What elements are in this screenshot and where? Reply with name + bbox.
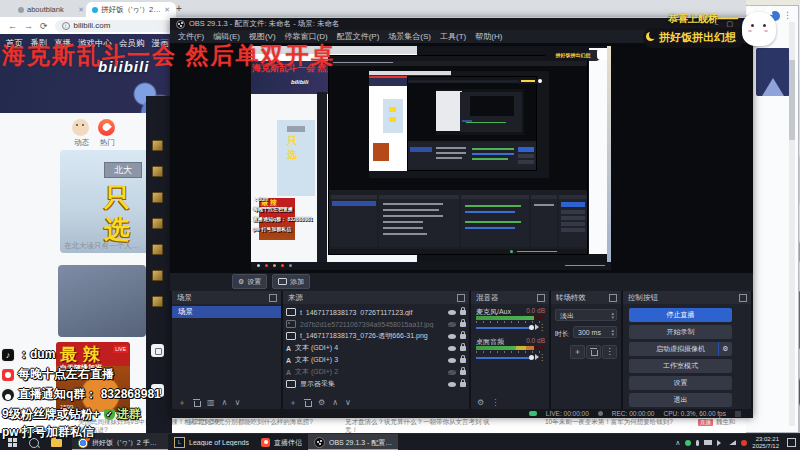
trash-icon[interactable] — [304, 399, 311, 406]
dock-popout-icon[interactable] — [457, 294, 465, 302]
lock-icon[interactable] — [460, 346, 466, 351]
taskbar-live-companion[interactable]: 直播伴侣 — [255, 434, 308, 450]
tab-bilibili[interactable]: 拼好饭（'ヮ'）2 手机—≈ ✕ — [86, 2, 176, 17]
transition-select[interactable]: 淡出 ▴▾ — [555, 309, 617, 321]
l1-info-line: ：dum — [253, 196, 269, 202]
virtual-camera-config-icon[interactable]: ⚙ — [718, 342, 732, 356]
spinner-arrows[interactable]: ▴▾ — [611, 328, 614, 336]
source-row[interactable]: A 文本 (GDI+) 4 — [286, 342, 466, 354]
spinner-arrows[interactable]: ▴▾ — [611, 311, 614, 319]
source-row[interactable]: 显示器采集 — [286, 378, 466, 390]
scrollbar[interactable] — [789, 22, 795, 426]
trash-icon[interactable] — [193, 399, 200, 406]
l1-taskbar — [251, 262, 611, 270]
tab-aboutblank[interactable]: aboutblank ✕ — [12, 2, 90, 17]
l1-fan-badge: 拼好饭拼出幻想 — [545, 50, 601, 61]
move-down-icon[interactable]: ∨ — [345, 398, 351, 407]
volume-slider[interactable] — [476, 357, 532, 359]
lock-icon[interactable] — [460, 382, 466, 387]
network-icon[interactable] — [729, 440, 736, 445]
source-row[interactable]: t_1467171838173_0726T117123.gif — [286, 306, 466, 318]
tab-close-icon[interactable]: ✕ — [78, 6, 84, 14]
exit-button[interactable]: 退出 — [629, 393, 732, 407]
obs-preview-zone[interactable]: bilibili 海克斯乱斗一会 然后单双开桌 只 选 最辣 ：dum 每晚十点… — [170, 43, 753, 273]
lock-icon[interactable] — [460, 334, 466, 339]
video-card-secondary[interactable] — [58, 265, 146, 337]
new-tab-button[interactable]: + — [176, 3, 182, 14]
dock-popout-icon[interactable] — [739, 294, 747, 302]
video-title[interactable]: 兄才盘清么？状元算什么？一朝带你从文言考到 状元！ — [345, 418, 495, 433]
video-title[interactable]: 10年来刷一夜变米第！富军为何想要给钱到? — [545, 418, 695, 433]
lock-icon[interactable] — [460, 310, 466, 315]
floating-button[interactable] — [151, 344, 164, 357]
tray-red-icon[interactable] — [741, 440, 747, 446]
add-icon[interactable]: ＋ — [178, 397, 186, 408]
visibility-icon[interactable] — [448, 334, 456, 339]
live-indicator-icon — [529, 411, 537, 416]
visibility-icon[interactable] — [448, 358, 456, 363]
preview-settings-button[interactable]: ⚙ 设置 — [232, 274, 267, 289]
lock-icon[interactable] — [460, 322, 466, 327]
url-text: bilibili.com — [74, 21, 111, 30]
speaker-icon[interactable] — [717, 440, 724, 446]
video-title[interactable]: 魏生和 — [716, 418, 746, 433]
gear-icon[interactable]: ⚙ — [318, 398, 325, 407]
move-down-icon[interactable]: ∨ — [234, 398, 240, 407]
add-icon[interactable]: ＋ — [289, 397, 297, 408]
source-row[interactable]: A 文本 (GDI+) 2 — [286, 366, 466, 378]
kebab-icon[interactable]: ⋮ — [491, 398, 499, 407]
tab-close-icon[interactable]: ✕ — [164, 6, 170, 14]
start-recording-button[interactable]: 开始录制 — [629, 325, 732, 339]
settings-button[interactable]: 设置 — [629, 376, 732, 390]
add-transition-button[interactable]: ＋ — [570, 345, 585, 359]
volume-slider[interactable] — [476, 327, 532, 329]
virtual-camera-button[interactable]: 启动虚拟摄像机 ⚙ — [629, 342, 732, 356]
visibility-icon[interactable] — [448, 322, 456, 327]
site-info-icon[interactable]: i — [62, 22, 70, 30]
dock-popout-icon[interactable] — [609, 294, 617, 302]
visibility-icon[interactable] — [448, 310, 456, 315]
move-up-icon[interactable]: ∧ — [222, 398, 228, 407]
lock-icon[interactable] — [460, 358, 466, 363]
duration-input[interactable]: 300 ms ▴▾ — [573, 326, 617, 338]
tray-green-icon[interactable] — [685, 440, 691, 446]
source-row[interactable]: A 文本 (GDI+) 3 — [286, 354, 466, 366]
reload-icon[interactable]: ⟳ — [40, 21, 48, 31]
forward-icon[interactable]: → — [24, 21, 33, 31]
visibility-icon[interactable] — [448, 346, 456, 351]
dock-popout-icon[interactable] — [537, 294, 545, 302]
dynamic-avatar-icon[interactable] — [72, 119, 89, 136]
move-up-icon[interactable]: ∧ — [332, 398, 338, 407]
card-caption[interactable]: 在北大读只有一个人… — [64, 241, 139, 251]
notification-icon[interactable] — [787, 438, 796, 447]
kebab-icon[interactable]: ⋮ — [538, 324, 546, 332]
kebab-icon[interactable]: ⋮ — [538, 354, 546, 362]
stop-streaming-button[interactable]: 停止直播 — [629, 308, 732, 322]
browser-menu-icon[interactable]: ⋮ — [783, 10, 792, 20]
microphone-icon[interactable] — [696, 440, 699, 446]
source-row[interactable]: t_1467171838173_0726-透明666-31.png — [286, 330, 466, 342]
transition-properties-button[interactable]: ⋮ — [602, 345, 617, 359]
taskbar-league-of-legends[interactable]: L League of Legends — [168, 434, 255, 450]
visibility-icon[interactable] — [448, 370, 456, 375]
display-icon[interactable] — [704, 440, 712, 445]
taskbar-obs[interactable]: OBS 29.1.3 - 配置… — [308, 434, 398, 450]
info-overlay-line: ♪ ：dum — [2, 346, 55, 363]
back-icon[interactable]: ← — [8, 21, 17, 31]
remove-transition-button[interactable] — [586, 345, 601, 359]
dock-popout-icon[interactable] — [269, 294, 277, 302]
scene-item-selected[interactable]: 场景 — [172, 306, 281, 318]
video-title[interactable]: 从2元到50元分别都能吃到什么样的海底捞? — [188, 418, 338, 433]
gear-icon[interactable]: ⚙ — [477, 398, 484, 407]
taskbar-clock[interactable]: 23:02:21 2025/7/12 — [752, 436, 779, 450]
lock-icon[interactable] — [460, 370, 466, 375]
hot-flame-icon[interactable] — [98, 119, 115, 136]
studio-mode-button[interactable]: 工作室模式 — [629, 359, 732, 373]
source-row[interactable]: 2d7b2d1e57211067394a95458015aa1f.jpg — [286, 318, 466, 330]
hot-label: 热门 — [100, 138, 115, 148]
visibility-icon[interactable] — [448, 382, 456, 387]
scrollbar-thumb[interactable] — [789, 60, 795, 140]
preview-add-button[interactable]: 添加 — [272, 274, 310, 289]
filter-icon[interactable]: ▥ — [207, 398, 215, 407]
tray-expand-icon[interactable]: ∧ — [675, 439, 680, 447]
